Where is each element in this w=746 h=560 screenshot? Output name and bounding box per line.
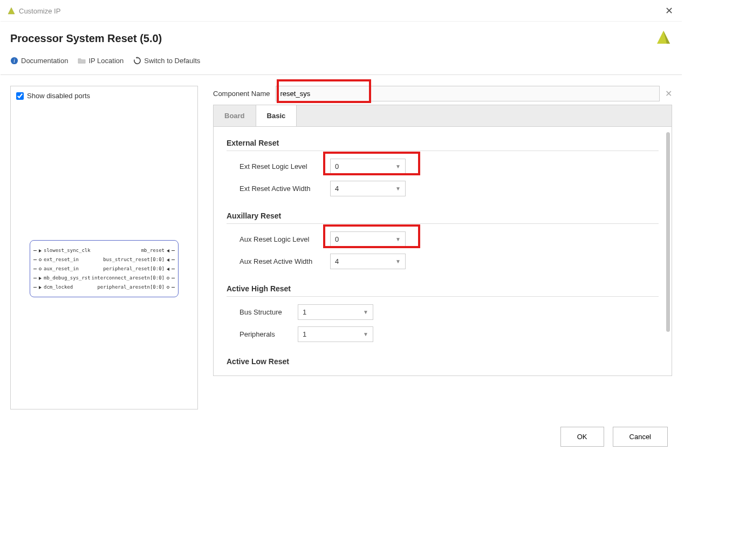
field-aux-active-width: Aux Reset Active Width 4 ▼ [239,254,659,269]
chevron-down-icon: ▼ [395,236,401,242]
folder-icon [78,57,86,65]
svg-text:i: i [13,58,15,64]
tab-board[interactable]: Board [214,105,256,126]
aux-logic-level-select[interactable]: 0 ▼ [330,231,406,247]
svg-marker-5 [136,57,138,59]
chevron-down-icon: ▼ [395,163,401,169]
ext-logic-level-select[interactable]: 0 ▼ [330,159,406,174]
group-aux-reset: Auxillary Reset Aux Reset Logic Level 0 … [227,211,659,269]
field-label: Peripherals [239,330,293,338]
close-icon[interactable]: ✕ [663,5,675,17]
main-area: Show disabled ports slowest_sync_clk ext… [1,75,682,415]
xilinx-logo-icon [655,29,672,46]
ip-symbol-diagram: slowest_sync_clk ext_reset_in aux_reset_… [30,240,179,297]
customize-ip-window: Customize IP ✕ Processor System Reset (5… [0,0,682,507]
documentation-link[interactable]: i Documentation [10,57,68,65]
tab-bar: Board Basic [214,105,672,127]
group-title: Active Low Reset [227,357,659,366]
port-left: dcm_locked [33,283,91,292]
cancel-button[interactable]: Cancel [613,427,668,447]
select-value: 1 [303,330,306,338]
select-value: 0 [335,162,339,170]
show-disabled-ports-label: Show disabled ports [27,92,90,100]
field-aux-logic-level: Aux Reset Logic Level 0 ▼ [239,231,659,247]
port-right: bus_struct_reset[0:0] [92,255,175,264]
ip-location-link[interactable]: IP Location [78,57,124,65]
chevron-down-icon: ▼ [395,258,401,264]
bus-structure-select[interactable]: 1 ▼ [298,304,373,320]
group-title: Auxillary Reset [227,211,659,220]
port-left: mb_debug_sys_rst [33,274,91,283]
port-right: mb_reset [92,246,175,255]
field-label: Ext Reset Logic Level [239,162,326,170]
scrollbar-thumb[interactable] [666,132,670,332]
port-left: ext_reset_in [33,255,91,264]
switch-defaults-label: Switch to Defaults [144,57,200,65]
field-label: Aux Reset Logic Level [239,235,326,243]
select-value: 1 [303,308,306,316]
component-name-input[interactable] [276,86,660,101]
ip-location-label: IP Location [88,57,124,65]
field-label: Ext Reset Active Width [239,185,326,193]
group-active-high-reset: Active High Reset Bus Structure 1 ▼ Peri… [227,284,659,342]
port-right: peripheral_aresetn[0:0] [92,283,175,292]
switch-defaults-link[interactable]: Switch to Defaults [133,57,200,65]
group-external-reset: External Reset Ext Reset Logic Level 0 ▼… [227,139,659,196]
config-panel: Component Name ✕ Board Basic External Re… [213,86,672,409]
titlebar: Customize IP ✕ [1,1,682,22]
field-label: Bus Structure [239,308,293,316]
tabs-frame: Board Basic External Reset Ext Reset Log… [213,105,672,376]
tab-basic[interactable]: Basic [256,105,297,126]
ip-left-ports: slowest_sync_clk ext_reset_in aux_reset_… [33,246,91,291]
peripherals-select[interactable]: 1 ▼ [298,326,373,342]
refresh-icon [133,57,141,65]
svg-marker-0 [8,8,15,14]
field-ext-active-width: Ext Reset Active Width 4 ▼ [239,181,659,196]
chevron-down-icon: ▼ [363,309,368,315]
window-title: Customize IP [19,7,663,15]
port-left: aux_reset_in [33,264,91,274]
field-peripherals: Peripherals 1 ▼ [239,326,659,342]
field-bus-structure: Bus Structure 1 ▼ [239,304,659,320]
info-icon: i [10,57,18,65]
documentation-label: Documentation [21,57,68,65]
component-name-label: Component Name [213,90,270,98]
tab-body: External Reset Ext Reset Logic Level 0 ▼… [214,127,672,375]
port-right: peripheral_reset[0:0] [92,264,175,274]
port-right: interconnect_aresetn[0:0] [92,274,175,283]
group-active-low-reset: Active Low Reset [227,357,659,366]
vivado-logo-icon [7,6,16,15]
chevron-down-icon: ▼ [395,186,401,192]
group-title: External Reset [227,139,659,147]
select-value: 0 [335,235,339,243]
toolbar: i Documentation IP Location Switch to De… [1,52,682,75]
ext-active-width-select[interactable]: 4 ▼ [330,181,406,196]
select-value: 4 [335,185,339,193]
show-disabled-ports-row: Show disabled ports [16,92,192,100]
preview-panel: Show disabled ports slowest_sync_clk ext… [10,86,198,409]
ok-button[interactable]: OK [560,427,604,447]
port-left: slowest_sync_clk [33,246,91,255]
field-ext-logic-level: Ext Reset Logic Level 0 ▼ [239,159,659,174]
show-disabled-ports-checkbox[interactable] [16,92,24,100]
dialog-buttons: OK Cancel [1,415,682,452]
scrollbar[interactable] [666,132,670,348]
clear-input-icon[interactable]: ✕ [665,88,672,99]
page-title: Processor System Reset (5.0) [10,32,672,45]
header: Processor System Reset (5.0) [1,22,682,52]
component-name-row: Component Name ✕ [213,86,672,101]
group-title: Active High Reset [227,284,659,293]
aux-active-width-select[interactable]: 4 ▼ [330,254,406,269]
field-label: Aux Reset Active Width [239,257,326,265]
ip-right-ports: mb_reset bus_struct_reset[0:0] periphera… [92,246,175,291]
chevron-down-icon: ▼ [363,331,368,337]
select-value: 4 [335,257,339,265]
